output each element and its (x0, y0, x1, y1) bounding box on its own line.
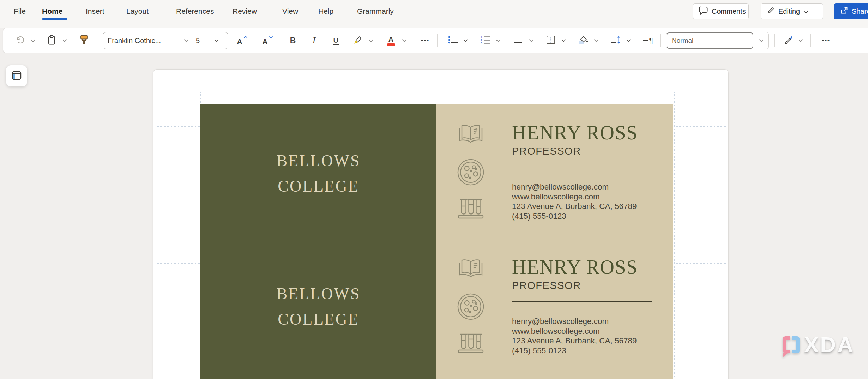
line-spacing-icon (610, 36, 621, 46)
styles-chevron[interactable] (754, 32, 768, 49)
test-tubes-icon[interactable] (457, 197, 484, 220)
toolbar-separator (660, 34, 661, 47)
card-contact-block[interactable]: henry@bellowscollege.com www.bellowscoll… (512, 317, 637, 355)
caret-down-icon (269, 36, 273, 38)
menu-item-insert[interactable]: Insert (86, 7, 104, 16)
numbering-button[interactable]: 123 (480, 32, 492, 49)
menu-item-references[interactable]: References (176, 7, 214, 16)
paste-menu-chevron[interactable] (61, 32, 68, 49)
font-color-button[interactable]: A (385, 32, 397, 49)
open-book-icon[interactable] (457, 259, 484, 278)
undo-icon (15, 35, 25, 46)
shrink-font-button[interactable]: A (261, 32, 273, 49)
gridline-guide (675, 126, 726, 127)
borders-chevron[interactable] (560, 32, 567, 49)
toolbar-separator (98, 34, 98, 47)
borders-button[interactable] (545, 32, 556, 49)
card-person-name[interactable]: HENRY ROSS (512, 257, 638, 277)
font-name-chevron[interactable] (181, 33, 191, 48)
gridline-guide (674, 92, 675, 378)
highlight-button[interactable] (352, 32, 363, 49)
card-left-panel[interactable]: BELLOWS COLLEGE BELLOWS COLLEGE (200, 104, 436, 379)
svg-text:3: 3 (481, 42, 482, 45)
document-canvas: BELLOWS COLLEGE BELLOWS COLLEGE HENRY RO… (0, 53, 868, 379)
card-person-name[interactable]: HENRY ROSS (512, 123, 638, 143)
card-person-title[interactable]: PROFESSOR (512, 281, 581, 291)
font-name-select[interactable]: Franklin Gothic... (103, 37, 181, 45)
menu-item-view[interactable]: View (282, 7, 298, 16)
gridline-guide (155, 263, 200, 264)
card-right-panel[interactable]: HENRY ROSS PROFESSOR henry@bellowscolleg… (436, 104, 673, 379)
card-address: 123 Avenue A, Burbank, CA, 56789 (512, 201, 637, 211)
menu-item-grammarly[interactable]: Grammarly (357, 7, 394, 16)
card-phone: (415) 555-0123 (512, 346, 637, 356)
card-divider-line (512, 167, 652, 167)
college-line1: BELLOWS (200, 148, 436, 174)
watermark-text: XDA (804, 334, 855, 356)
paste-button[interactable] (46, 32, 58, 49)
font-size-select[interactable]: 5 (191, 37, 209, 45)
bullets-chevron[interactable] (462, 32, 469, 49)
line-spacing-button[interactable] (609, 32, 621, 49)
grow-font-button[interactable]: A (236, 32, 248, 49)
paragraph-marks-button[interactable]: ¶ (641, 32, 655, 49)
card-phone: (415) 555-0123 (512, 211, 637, 221)
college-line2: COLLEGE (200, 174, 436, 199)
font-color-chevron[interactable] (400, 32, 408, 49)
college-line2: COLLEGE (200, 307, 436, 332)
college-name-block[interactable]: BELLOWS COLLEGE (200, 148, 436, 199)
font-controls: Franklin Gothic... 5 (103, 32, 228, 49)
card-email: henry@bellowscollege.com (512, 182, 637, 192)
underline-button[interactable]: U (331, 32, 341, 49)
comments-button[interactable]: Comments (693, 3, 749, 19)
menu-item-help[interactable]: Help (318, 7, 333, 16)
line-spacing-chevron[interactable] (625, 32, 632, 49)
share-button[interactable]: Share (834, 3, 868, 19)
bold-button[interactable]: B (288, 32, 298, 49)
editing-mode-button[interactable]: Editing (761, 3, 823, 19)
watermark-bracket-left-icon (783, 336, 790, 353)
open-book-icon[interactable] (457, 124, 484, 144)
card-person-title[interactable]: PROFESSOR (512, 146, 581, 156)
italic-button[interactable]: I (309, 32, 319, 49)
format-painter-button[interactable] (78, 32, 90, 49)
petri-dish-icon[interactable] (456, 293, 485, 322)
menu-item-layout[interactable]: Layout (126, 7, 149, 16)
font-size-chevron[interactable] (209, 33, 223, 48)
bullets-button[interactable] (447, 32, 459, 49)
shading-chevron[interactable] (592, 32, 599, 49)
numbered-list-icon: 123 (481, 35, 490, 46)
more-toolbar-options-button[interactable]: ••• (819, 32, 833, 49)
editor-pen-button[interactable] (782, 32, 795, 49)
test-tubes-icon[interactable] (457, 331, 484, 355)
undo-menu-chevron[interactable] (29, 32, 36, 49)
shrink-font-letter: A (262, 37, 268, 47)
highlighter-icon (353, 35, 362, 46)
gridline-guide (675, 263, 726, 264)
editor-pen-chevron[interactable] (797, 32, 804, 49)
shading-button[interactable] (578, 32, 590, 49)
document-page[interactable]: BELLOWS COLLEGE BELLOWS COLLEGE HENRY RO… (153, 69, 729, 379)
alignment-chevron[interactable] (528, 32, 535, 49)
active-tab-underline (42, 18, 67, 20)
more-font-options-button[interactable]: ••• (418, 32, 432, 49)
menu-item-file[interactable]: File (14, 7, 26, 16)
college-name-block[interactable]: BELLOWS COLLEGE (200, 281, 436, 332)
gridline-guide (155, 126, 200, 127)
card-divider-line (512, 301, 652, 302)
styles-dropdown[interactable]: Normal (666, 32, 769, 49)
numbering-chevron[interactable] (494, 32, 501, 49)
toolbar-separator (437, 34, 438, 47)
paint-bucket-icon (579, 35, 589, 46)
card-contact-block[interactable]: henry@bellowscollege.com www.bellowscoll… (512, 182, 637, 221)
card-address: 123 Avenue A, Burbank, CA, 56789 (512, 336, 637, 346)
petri-dish-icon[interactable] (456, 158, 485, 188)
undo-button[interactable] (14, 32, 26, 49)
menu-item-home[interactable]: Home (42, 7, 62, 16)
alignment-button[interactable] (513, 32, 523, 49)
menu-item-review[interactable]: Review (233, 7, 257, 16)
highlight-chevron[interactable] (367, 32, 374, 49)
navigation-pane-toggle-button[interactable] (6, 65, 27, 86)
share-label: Share (852, 7, 868, 16)
watermark-bracket-right-icon (792, 336, 800, 353)
